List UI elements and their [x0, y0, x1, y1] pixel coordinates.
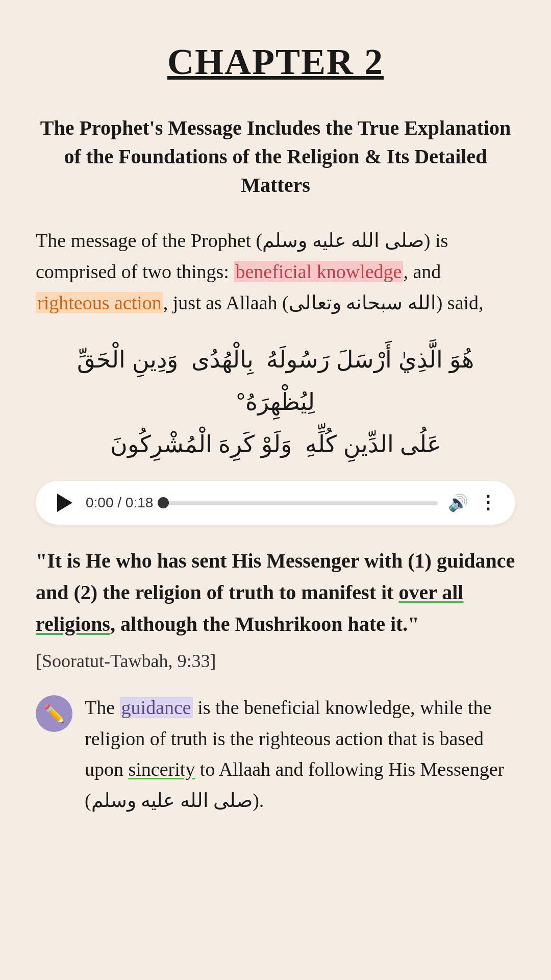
intro-text-middle: , and: [403, 261, 441, 282]
progress-bar[interactable]: [163, 501, 438, 505]
intro-text-end: , just as Allaah (الله سبحانه وتعالى) sa…: [163, 292, 484, 313]
annotation-block: ✏️ The guidance is the beneficial knowle…: [36, 692, 515, 816]
annotation-highlight-guidance: guidance: [120, 697, 193, 718]
progress-dot: [158, 497, 169, 508]
highlight-righteous-action: righteous action: [36, 292, 163, 313]
audio-player[interactable]: 0:00 / 0:18 🔊 ⋮: [36, 481, 515, 525]
current-time: 0:00: [86, 495, 114, 510]
intro-paragraph: The message of the Prophet (صلى الله علي…: [36, 225, 515, 318]
quote-block: "It is He who has sent His Messenger wit…: [36, 545, 515, 640]
pencil-icon: ✏️: [43, 703, 65, 724]
volume-button[interactable]: 🔊: [448, 493, 468, 512]
play-button[interactable]: [54, 492, 76, 513]
time-display: 0:00 / 0:18: [86, 495, 153, 511]
time-separator: /: [117, 495, 126, 510]
annotation-icon: ✏️: [36, 695, 72, 732]
quote-text-after: , although the Mushrikoon hate it.": [110, 612, 419, 635]
highlight-beneficial-knowledge: beneficial knowledge: [234, 261, 403, 282]
chapter-title: CHAPTER 2: [36, 41, 515, 83]
arabic-line-2: عَلُى الدِّينِ كُلِّهِ وَلَوْ كَرِهَ الْ…: [36, 423, 515, 465]
annotation-underline-sincerity: sincerity: [129, 758, 195, 780]
section-heading: The Prophet's Message Includes the True …: [36, 114, 515, 200]
annotation-text-before: The: [85, 697, 120, 718]
total-time: 0:18: [126, 495, 154, 510]
arabic-verse: هُوَ الَّذِيٰ أَرْسَلَ رَسُولَهُ بِالْهُ…: [36, 338, 515, 465]
play-icon: [57, 494, 72, 512]
arabic-line-1: هُوَ الَّذِيٰ أَرْسَلَ رَسُولَهُ بِالْهُ…: [36, 338, 515, 423]
source-reference: [Sooratut-Tawbah, 9:33]: [36, 650, 515, 672]
more-options-button[interactable]: ⋮: [479, 492, 497, 513]
annotation-text: The guidance is the beneficial knowledge…: [85, 692, 515, 816]
